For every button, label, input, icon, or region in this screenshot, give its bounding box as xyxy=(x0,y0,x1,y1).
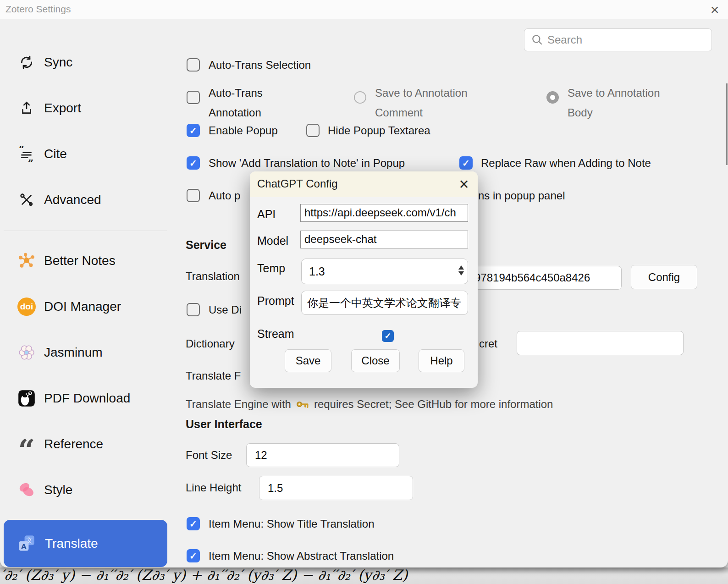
prompt-label: Prompt xyxy=(257,294,294,308)
checkbox-auto-trans-annotation[interactable] xyxy=(187,91,200,104)
checkbox-auto-popup-option[interactable] xyxy=(187,189,200,202)
checkbox-use-dictionary[interactable] xyxy=(187,303,200,316)
radio-save-to-annotation-comment[interactable] xyxy=(354,91,366,104)
font-size-value: 12 xyxy=(247,449,267,462)
secret-value: -c978194b564c450a8426 xyxy=(463,271,590,284)
sidebar-divider xyxy=(4,231,167,231)
scrollbar-thumb[interactable] xyxy=(726,83,728,165)
close-button[interactable]: Close xyxy=(351,349,400,372)
sidebar-item-sync[interactable]: Sync xyxy=(4,49,167,76)
label-font-size: Font Size xyxy=(186,449,232,462)
search-box[interactable] xyxy=(524,28,712,51)
prompt-value: 你是一个中英文学术论文翻译专 xyxy=(302,296,461,310)
dictionary-secret-input[interactable] xyxy=(517,331,684,355)
label-enable-popup: Enable Popup xyxy=(209,124,278,137)
label-use-dictionary-fragment: Use Di xyxy=(209,303,242,316)
sidebar-item-label: Style xyxy=(44,483,72,497)
flower-icon xyxy=(17,343,36,362)
config-button[interactable]: Config xyxy=(631,265,697,289)
save-button[interactable]: Save xyxy=(285,349,331,372)
sidebar-item-label: Better Notes xyxy=(44,253,116,268)
sidebar-item-jasminum[interactable]: Jasminum xyxy=(4,339,167,366)
petals-icon xyxy=(17,481,36,499)
zotero-settings-window: Zotero Settings × Sync Export xyxy=(0,0,728,567)
label-line-height: Line Height xyxy=(186,481,241,494)
export-icon xyxy=(17,99,36,117)
checkbox-item-menu-abstract[interactable] xyxy=(187,549,200,562)
checkbox-replace-raw[interactable] xyxy=(459,156,473,170)
better-notes-icon xyxy=(17,252,36,270)
key-icon xyxy=(296,395,309,413)
label-save-to-annotation-body: Save to Annotation Body xyxy=(568,83,687,122)
sidebar-item-export[interactable]: Export xyxy=(4,95,167,121)
label-save-to-annotation-comment: Save to Annotation Comment xyxy=(375,83,503,122)
label-item-menu-title: Item Menu: Show Title Translation xyxy=(209,518,375,530)
dialog-close-icon[interactable]: × xyxy=(453,173,475,195)
api-label: API xyxy=(257,208,276,221)
label-dictionary: Dictionary xyxy=(186,337,235,350)
secret-input[interactable]: -c978194b564c450a8426 xyxy=(462,266,622,290)
sidebar-item-label: Sync xyxy=(44,55,72,70)
sidebar-item-label: Advanced xyxy=(44,193,101,207)
api-input-wrap xyxy=(300,204,468,222)
checkbox-hide-popup-textarea[interactable] xyxy=(306,124,320,137)
sidebar-item-pdf-download[interactable]: PDF Download xyxy=(4,385,167,412)
tools-icon xyxy=(17,191,36,209)
engine-secret-note: Translate Engine with requires Secret; S… xyxy=(186,395,553,413)
svg-text:„: „ xyxy=(28,152,33,162)
sidebar-item-reference[interactable]: “ Reference xyxy=(4,431,167,457)
sidebar-item-cite[interactable]: “ „ Cite xyxy=(4,141,167,167)
sidebar-item-better-notes[interactable]: Better Notes xyxy=(4,248,167,274)
checkbox-stream[interactable] xyxy=(382,330,394,342)
background-formula: ′∂₂′ (Z∂₃′ y) − ∂₁′′∂₂′ (Z∂₃′ y) + ∂₁′′∂… xyxy=(1,567,408,583)
label-secret-fragment: cret xyxy=(479,337,497,350)
font-size-input[interactable]: 12 xyxy=(246,443,399,467)
checkbox-show-add-translation-to-note[interactable] xyxy=(187,156,200,170)
search-icon xyxy=(528,31,546,49)
penguin-icon xyxy=(17,389,36,408)
temp-input[interactable]: 1.3 xyxy=(301,259,468,284)
chatgpt-config-dialog: ChatGPT Config × API Model Temp 1.3 Prom… xyxy=(250,171,478,388)
label-auto-trans-selection: Auto-Trans Selection xyxy=(209,59,311,72)
section-header-user-interface: User Interface xyxy=(186,418,262,431)
sidebar-item-advanced[interactable]: Advanced xyxy=(4,187,167,213)
doi-icon: doi xyxy=(17,298,36,316)
model-input[interactable] xyxy=(301,231,468,248)
temp-value: 1.3 xyxy=(302,265,325,278)
number-spinner-icon[interactable] xyxy=(458,265,464,275)
sidebar-item-label: Jasminum xyxy=(44,345,103,360)
label-show-add-translation-to-note: Show 'Add Translation to Note' in Popup xyxy=(209,157,405,170)
checkbox-item-menu-title[interactable] xyxy=(187,517,200,530)
model-label: Model xyxy=(257,234,288,248)
label-auto-trans-annotation: Auto-Trans Annotation xyxy=(209,83,314,122)
sidebar-item-doi-manager[interactable]: doi DOI Manager xyxy=(4,293,167,320)
label-translation-fragment: Translation xyxy=(186,270,240,283)
sidebar-item-label: Reference xyxy=(44,437,103,452)
label-item-menu-abstract: Item Menu: Show Abstract Translation xyxy=(209,550,394,562)
line-height-value: 1.5 xyxy=(259,482,283,495)
engine-note-prefix: Translate Engine with xyxy=(186,398,291,411)
label-auto-popup-fragment: Auto p xyxy=(209,189,240,202)
sidebar-item-label: PDF Download xyxy=(44,391,130,406)
sidebar-item-label: Export xyxy=(44,101,81,116)
api-input[interactable] xyxy=(301,204,468,221)
sidebar-item-label: Cite xyxy=(44,147,67,161)
search-input[interactable] xyxy=(546,33,700,47)
label-translate-from-fragment: Translate F xyxy=(186,369,241,382)
engine-note-suffix: requires Secret; See GitHub for more inf… xyxy=(314,398,553,411)
sidebar-item-translate-active[interactable]: 文 A Translate xyxy=(4,520,167,567)
line-height-input[interactable]: 1.5 xyxy=(259,476,413,500)
cite-icon: “ „ xyxy=(17,145,36,163)
window-close-icon[interactable]: × xyxy=(703,0,726,19)
radio-save-to-annotation-body[interactable] xyxy=(546,91,559,104)
checkbox-auto-trans-selection[interactable] xyxy=(187,58,200,72)
stream-label: Stream xyxy=(257,327,294,341)
prompt-input[interactable]: 你是一个中英文学术论文翻译专 xyxy=(301,291,468,315)
screen: ′∂₂′ (Z∂₃′ y) − ∂₁′′∂₂′ (Z∂₃′ y) + ∂₁′′∂… xyxy=(0,0,728,584)
help-button[interactable]: Help xyxy=(419,349,464,372)
doi-badge: doi xyxy=(17,298,36,316)
label-replace-raw: Replace Raw when Adding to Note xyxy=(481,157,651,170)
checkbox-enable-popup[interactable] xyxy=(187,124,200,137)
sidebar-item-style[interactable]: Style xyxy=(4,477,167,503)
temp-label: Temp xyxy=(257,262,285,275)
